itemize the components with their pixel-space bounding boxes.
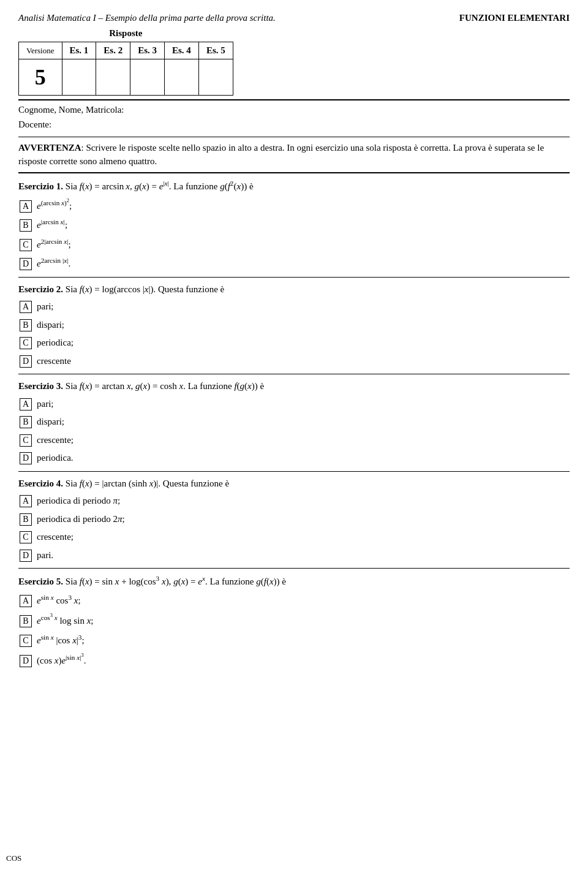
option-text-es3-a: pari; (37, 397, 54, 411)
option-text-es1-a: e(arcsin x)2; (37, 197, 72, 213)
exercise-title-es1: Esercizio 1. Sia f(x) = arcsin x, g(x) =… (18, 178, 570, 194)
option-es2-d: Dcrescente (20, 354, 570, 368)
option-letter-b: B (20, 219, 32, 232)
divider-info (18, 137, 570, 137)
option-es3-b: Bdispari; (20, 415, 570, 429)
exercise-title-es3: Esercizio 3. Sia f(x) = arctan x, g(x) =… (18, 379, 570, 393)
option-text-es1-c: e2|arcsin x|; (37, 236, 71, 252)
option-letter-d: D (20, 355, 32, 368)
option-es3-d: Dperiodica. (20, 451, 570, 465)
option-letter-a: A (20, 595, 32, 607)
info-line2: Docente: (18, 118, 570, 132)
ans-es3 (130, 59, 165, 95)
section-sep-1 (18, 374, 570, 374)
option-text-es4-a: periodica di periodo π; (37, 494, 120, 508)
option-es5-d: D(cos x)e|sin x|3. (20, 651, 570, 667)
option-es1-a: Ae(arcsin x)2; (20, 197, 570, 213)
footer: COS (6, 852, 21, 864)
avvertenza-rest: : Scrivere le risposte scelte nello spaz… (18, 143, 544, 167)
divider-top (18, 99, 570, 100)
col-es3: Es. 3 (130, 42, 165, 59)
col-es5: Es. 5 (198, 42, 233, 59)
option-letter-c: C (20, 337, 32, 349)
option-es3-a: Apari; (20, 397, 570, 411)
option-text-es2-a: pari; (37, 300, 54, 314)
option-text-es3-d: periodica. (37, 451, 74, 465)
option-text-es5-c: esin x |cos x|3; (37, 632, 85, 648)
option-text-es3-b: dispari; (37, 415, 64, 429)
versione-value: 5 (19, 59, 62, 95)
option-es4-c: Ccrescente; (20, 530, 570, 544)
option-letter-d: D (20, 452, 32, 464)
option-text-es2-c: periodica; (37, 336, 74, 350)
option-letter-b: B (20, 513, 32, 526)
option-es5-b: Becos3 x log sin x; (20, 611, 570, 627)
option-text-es2-d: crescente (37, 354, 71, 368)
option-text-es4-d: pari. (37, 548, 53, 562)
versione-header: Versione (19, 42, 62, 59)
option-text-es4-b: periodica di periodo 2π; (37, 512, 125, 526)
option-letter-d: D (20, 550, 32, 562)
exercise-es3: Esercizio 3. Sia f(x) = arctan x, g(x) =… (18, 379, 570, 465)
option-es4-b: Bperiodica di periodo 2π; (20, 512, 570, 526)
option-text-es1-b: e|arcsin x|; (37, 217, 67, 232)
option-es4-a: Aperiodica di periodo π; (20, 494, 570, 508)
page-header: Analisi Matematica I – Esempio della pri… (18, 11, 570, 25)
option-text-es3-c: crescente; (37, 433, 74, 447)
header-right: FUNZIONI ELEMENTARI (459, 11, 570, 25)
option-letter-d: D (20, 258, 32, 270)
option-es3-c: Ccrescente; (20, 433, 570, 447)
ans-es5 (198, 59, 233, 95)
option-letter-a: A (20, 200, 32, 213)
exercise-es2: Esercizio 2. Sia f(x) = log(arccos |x|).… (18, 282, 570, 368)
option-text-es2-b: dispari; (37, 318, 64, 332)
option-letter-b: B (20, 416, 32, 428)
exercise-es1: Esercizio 1. Sia f(x) = arcsin x, g(x) =… (18, 178, 570, 271)
option-es5-c: Cesin x |cos x|3; (20, 632, 570, 648)
option-text-es5-d: (cos x)e|sin x|3. (37, 651, 86, 667)
option-letter-a: A (20, 495, 32, 507)
option-es2-a: Apari; (20, 300, 570, 314)
option-es1-d: De2arcsin |x|. (20, 255, 570, 271)
option-letter-a: A (20, 398, 32, 410)
exercise-es5: Esercizio 5. Sia f(x) = sin x + log(cos3… (18, 573, 570, 667)
option-es4-d: Dpari. (20, 548, 570, 562)
option-es2-c: Cperiodica; (20, 336, 570, 350)
section-sep-0 (18, 277, 570, 278)
option-es2-b: Bdispari; (20, 318, 570, 332)
exercises-container: Esercizio 1. Sia f(x) = arcsin x, g(x) =… (18, 178, 570, 668)
exercise-title-es5: Esercizio 5. Sia f(x) = sin x + log(cos3… (18, 573, 570, 589)
footer-text: COS (6, 853, 21, 863)
option-letter-b: B (20, 319, 32, 331)
option-letter-b: B (20, 615, 32, 627)
option-letter-d: D (20, 655, 32, 667)
risposte-table: Versione Es. 1 Es. 2 Es. 3 Es. 4 Es. 5 5 (18, 42, 233, 96)
option-letter-a: A (20, 301, 32, 313)
col-es2: Es. 2 (96, 42, 130, 59)
section-sep-2 (18, 471, 570, 472)
ans-es4 (165, 59, 199, 95)
option-text-es5-a: esin x cos3 x; (37, 592, 81, 608)
risposte-section: Risposte Versione Es. 1 Es. 2 Es. 3 Es. … (18, 26, 570, 96)
option-es1-b: Be|arcsin x|; (20, 217, 570, 232)
header-left: Analisi Matematica I – Esempio della pri… (18, 11, 276, 25)
option-text-es1-d: e2arcsin |x|. (37, 255, 70, 271)
option-letter-c: C (20, 434, 32, 447)
option-es5-a: Aesin x cos3 x; (20, 592, 570, 608)
divider-main (18, 172, 570, 173)
avvertenza-bold: AVVERTENZA (18, 143, 81, 153)
exercise-es4: Esercizio 4. Sia f(x) = |arctan (sinh x)… (18, 477, 570, 562)
option-letter-c: C (20, 531, 32, 543)
section-sep-3 (18, 568, 570, 569)
exercise-title-es2: Esercizio 2. Sia f(x) = log(arccos |x|).… (18, 282, 570, 297)
option-es1-c: Ce2|arcsin x|; (20, 236, 570, 252)
exercise-title-es4: Esercizio 4. Sia f(x) = |arctan (sinh x)… (18, 477, 570, 491)
col-es4: Es. 4 (165, 42, 199, 59)
risposte-label: Risposte (18, 26, 233, 40)
option-text-es4-c: crescente; (37, 530, 74, 544)
option-letter-c: C (20, 239, 32, 251)
col-es1: Es. 1 (62, 42, 96, 59)
ans-es1 (62, 59, 96, 95)
ans-es2 (96, 59, 130, 95)
option-text-es5-b: ecos3 x log sin x; (37, 611, 93, 627)
